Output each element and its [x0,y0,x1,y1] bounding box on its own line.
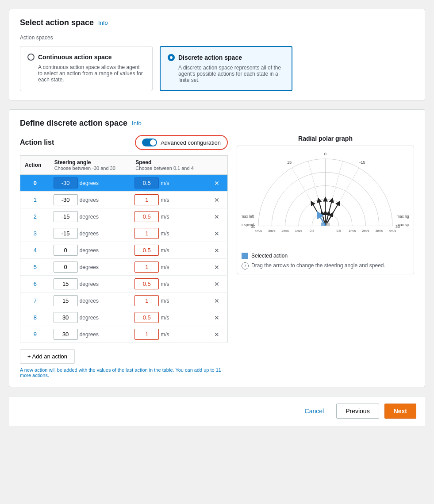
speed-input[interactable] [134,262,159,273]
degrees-label: degrees [80,247,99,254]
speed-cell: m/s [131,242,209,259]
action-space-options: Continuous action space A continuous act… [20,46,414,91]
speed-cell: m/s [131,309,209,326]
degrees-label: degrees [80,331,99,338]
delete-row-button[interactable]: ✕ [212,196,221,204]
speed-cell: m/s [131,259,209,276]
continuous-radio[interactable] [27,54,35,61]
steering-cell: degrees [50,276,131,292]
steering-cell: degrees [50,225,131,242]
delete-row-button[interactable]: ✕ [212,263,221,272]
speed-cell: m/s [131,276,209,292]
delete-cell: ✕ [209,326,227,343]
svg-line-29 [319,200,325,226]
speed-cell: m/s [131,208,209,225]
degrees-label: degrees [80,281,99,287]
add-action-button[interactable]: + Add an action [20,349,75,364]
steering-cell: degrees [50,292,131,309]
define-card-title: Define discrete action space Info [20,119,414,128]
action-id: 4 [20,242,50,259]
delete-cell: ✕ [209,242,227,259]
define-action-space-card: Define discrete action space Info Action… [9,109,425,387]
steering-input[interactable] [54,194,78,205]
speed-input[interactable] [134,194,159,205]
delete-row-button[interactable]: ✕ [212,313,221,322]
steering-input[interactable] [54,245,78,256]
table-row: 9degreesm/s✕ [20,326,228,343]
next-button[interactable]: Next [384,404,416,419]
ms-label: m/s [161,315,169,321]
steering-input[interactable] [54,295,78,306]
steering-cell: degrees [50,242,131,259]
degrees-label: degrees [80,197,99,203]
speed-input[interactable] [134,245,159,256]
delete-cell: ✕ [209,292,227,309]
action-spaces-label: Action spaces [20,35,414,41]
graph-container: 0 15 -15 30 30 4m/s 3m/s 2m/s 1m/s 0.5 0… [237,146,414,274]
steering-input[interactable] [54,177,78,189]
steering-input[interactable] [54,329,78,340]
speed-input[interactable] [134,329,159,340]
steering-input[interactable] [54,312,78,323]
svg-text:0.5: 0.5 [310,229,315,233]
svg-text:3m/s: 3m/s [268,229,276,233]
svg-text:1m/s: 1m/s [295,229,303,233]
continuous-option[interactable]: Continuous action space A continuous act… [20,46,153,91]
delete-row-button[interactable]: ✕ [212,212,221,221]
steering-input[interactable] [54,228,78,239]
delete-row-button[interactable]: ✕ [212,280,221,289]
action-id: 5 [20,259,50,276]
steering-input[interactable] [54,278,78,289]
speed-input[interactable] [134,295,159,306]
ms-label: m/s [161,231,169,237]
speed-cell: m/s [131,175,209,192]
advanced-config-toggle[interactable]: Advanced configuration [135,135,228,150]
delete-row-button[interactable]: ✕ [212,179,221,188]
graph-hint-text: Drag the arrows to change the steering a… [251,262,385,269]
steering-input[interactable] [54,262,78,273]
speed-input[interactable] [134,211,159,222]
speed-input[interactable] [134,312,159,323]
svg-text:3m/s: 3m/s [376,229,383,233]
speed-cell: m/s [131,192,209,208]
speed-input[interactable] [134,278,159,289]
svg-rect-37 [321,223,325,226]
svg-line-35 [326,203,339,226]
svg-text:2m/s: 2m/s [281,229,289,233]
discrete-radio[interactable] [168,54,175,61]
cancel-button[interactable]: Cancel [298,404,331,418]
speed-cell: m/s [131,292,209,309]
delete-row-button[interactable]: ✕ [212,246,221,255]
svg-text:4m/s: 4m/s [389,229,396,233]
table-row: 7degreesm/s✕ [20,292,228,309]
delete-row-button[interactable]: ✕ [212,229,221,238]
delete-row-button[interactable]: ✕ [212,330,221,339]
discrete-option[interactable]: Discrete action space A discrete action … [160,46,292,91]
ms-label: m/s [161,197,169,203]
col-action: Action [20,156,50,175]
speed-input[interactable] [134,228,159,239]
steering-input[interactable] [54,211,78,222]
steering-cell: degrees [50,208,131,225]
degrees-label: degrees [80,264,99,270]
action-id: 7 [20,292,50,309]
continuous-desc: A continuous action space allows the age… [27,64,145,83]
info-link-define[interactable]: Info [132,120,142,127]
steering-cell: degrees [50,259,131,276]
legend-label: Selected action [251,253,288,259]
svg-text:15: 15 [287,160,292,165]
graph-title: Radial polar graph [237,135,414,142]
toggle-switch[interactable] [142,139,157,146]
delete-row-button[interactable]: ✕ [212,296,221,305]
speed-input[interactable] [134,177,159,189]
previous-button[interactable]: Previous [336,404,379,419]
define-content: Action list Advanced configuration Actio… [20,135,414,378]
action-id: 3 [20,225,50,242]
svg-text:max speed: max speed [397,223,409,227]
delete-cell: ✕ [209,259,227,276]
info-link-select[interactable]: Info [98,19,108,26]
degrees-label: degrees [80,231,99,237]
ms-label: m/s [161,264,169,270]
degrees-label: degrees [80,180,99,186]
svg-text:max right: max right [397,214,409,219]
